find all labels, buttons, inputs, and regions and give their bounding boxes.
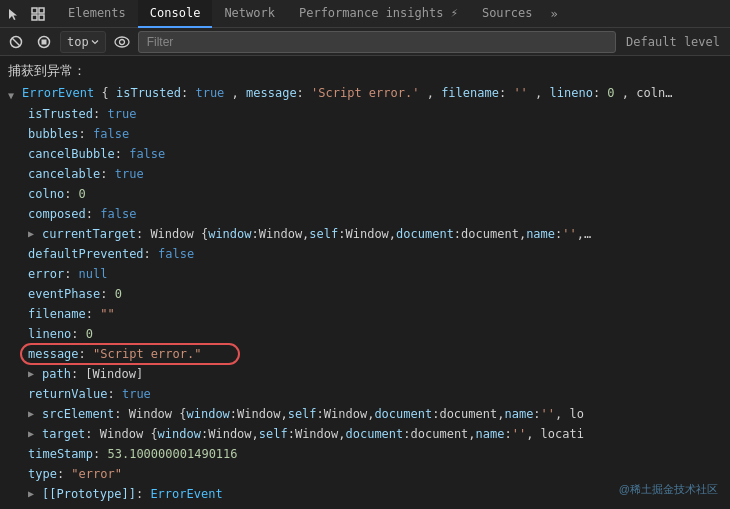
tab-more[interactable]: »: [544, 0, 563, 28]
tab-bar: Elements Console Network Performance ins…: [0, 0, 730, 28]
tab-elements[interactable]: Elements: [56, 0, 138, 28]
prop-timeStamp: timeStamp: 53.100000001490116: [0, 444, 730, 464]
tab-network[interactable]: Network: [212, 0, 287, 28]
prop-path[interactable]: path: [Window]: [0, 364, 730, 384]
default-level-label: Default level: [620, 35, 726, 49]
prop-cancelable: cancelable: true: [0, 164, 730, 184]
error-event-label: ErrorEvent { isTrusted: true , message: …: [22, 84, 672, 102]
prop-prototype[interactable]: [[Prototype]]: ErrorEvent: [0, 484, 730, 504]
svg-rect-7: [42, 39, 47, 44]
prop-colno: colno: 0: [0, 184, 730, 204]
prop-srcElement[interactable]: srcElement: Window {window: Window, self…: [0, 404, 730, 424]
inspect-icon[interactable]: [28, 4, 48, 24]
tab-performance[interactable]: Performance insights ⚡: [287, 0, 470, 28]
target-triangle: [28, 425, 40, 437]
tab-sources[interactable]: Sources: [470, 0, 545, 28]
prop-target[interactable]: target: Window {window: Window, self: Wi…: [0, 424, 730, 444]
prop-lineno: lineno: 0: [0, 324, 730, 344]
clear-console-button[interactable]: [4, 31, 28, 53]
filter-input[interactable]: [138, 31, 616, 53]
svg-line-5: [12, 38, 20, 46]
srcElement-triangle: [28, 405, 40, 417]
tab-bar-icons: [4, 4, 48, 24]
context-label: top: [67, 35, 89, 49]
context-selector[interactable]: top: [60, 31, 106, 53]
prop-type: type: "error": [0, 464, 730, 484]
svg-point-9: [119, 39, 124, 44]
svg-rect-3: [39, 15, 44, 20]
prop-composed: composed: false: [0, 204, 730, 224]
tab-console[interactable]: Console: [138, 0, 213, 28]
console-toolbar: top Default level: [0, 28, 730, 56]
path-triangle: [28, 365, 40, 377]
prop-currentTarget[interactable]: currentTarget: Window {window: Window, s…: [0, 224, 730, 244]
error-event-header[interactable]: ErrorEvent { isTrusted: true , message: …: [0, 82, 730, 104]
currentTarget-triangle: [28, 225, 40, 237]
prop-isTrusted: isTrusted: true: [0, 104, 730, 124]
prop-eventPhase: eventPhase: 0: [0, 284, 730, 304]
chevron-down-icon: [91, 38, 99, 46]
prototype-triangle: [28, 485, 40, 497]
prop-returnValue: returnValue: true: [0, 384, 730, 404]
exception-label: 捕获到异常：: [0, 60, 730, 82]
prop-defaultPrevented: defaultPrevented: false: [0, 244, 730, 264]
live-expressions-button[interactable]: [110, 31, 134, 53]
svg-rect-1: [39, 8, 44, 13]
prop-cancelBubble: cancelBubble: false: [0, 144, 730, 164]
stop-recording-button[interactable]: [32, 31, 56, 53]
svg-rect-2: [32, 15, 37, 20]
console-output: 捕获到异常： ErrorEvent { isTrusted: true , me…: [0, 56, 730, 509]
svg-rect-0: [32, 8, 37, 13]
expand-triangle: [8, 87, 20, 99]
cursor-icon[interactable]: [4, 4, 24, 24]
prop-error: error: null: [0, 264, 730, 284]
prop-filename: filename: "": [0, 304, 730, 324]
prop-bubbles: bubbles: false: [0, 124, 730, 144]
prop-message: message: "Script error.": [0, 344, 730, 364]
svg-point-8: [115, 37, 129, 47]
